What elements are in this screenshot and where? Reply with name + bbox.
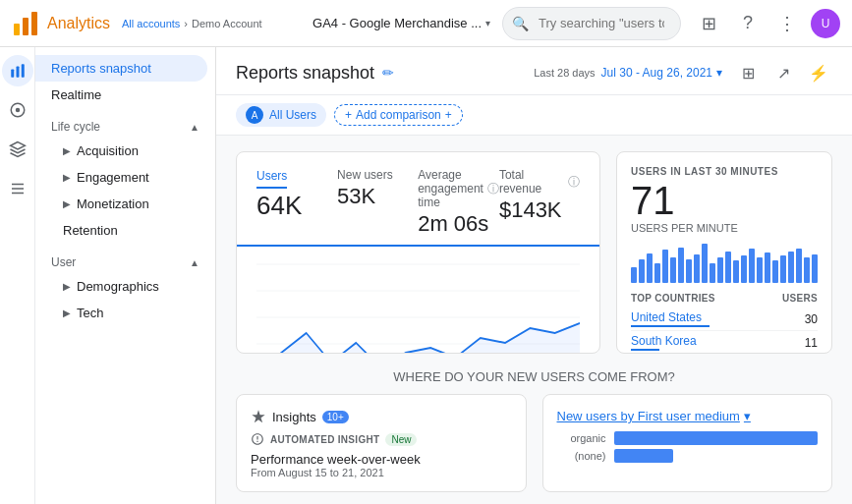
search-input[interactable] [502, 7, 681, 40]
bar-fill-organic [614, 431, 819, 445]
lifecycle-label: Life cycle [51, 120, 100, 134]
automated-icon [251, 432, 264, 446]
nav-item-engagement[interactable]: ▶ Engagement [35, 164, 207, 191]
nav-label-reports-snapshot: Reports snapshot [51, 61, 151, 76]
nav-label-retention: Retention [63, 223, 118, 238]
new-users-title[interactable]: New users by First user medium ▾ [557, 409, 751, 423]
header-right: Last 28 days Jul 30 - Aug 26, 2021 ▾ ⊞ ↗… [534, 59, 832, 86]
mini-bar-11 [710, 263, 715, 283]
nav-item-monetization[interactable]: ▶ Monetization [35, 191, 207, 217]
bar-label-none: (none) [557, 450, 606, 462]
topbar: Analytics All accounts › Demo Account GA… [0, 0, 852, 47]
rt-countries-col-header: TOP COUNTRIES [631, 293, 715, 304]
automated-label: AUTOMATED INSIGHT [270, 434, 379, 445]
insights-icon[interactable]: ⚡ [805, 59, 832, 86]
engagement-info-icon[interactable]: ⓘ [487, 181, 499, 197]
engagement-expand-icon: ▶ [63, 172, 71, 183]
mini-bar-8 [686, 259, 692, 283]
account-name: GA4 - Google Merchandise ... [312, 16, 482, 30]
breadcrumb-separator: › [184, 18, 188, 29]
all-users-chip[interactable]: A All Users [236, 103, 326, 127]
lifecycle-collapse-icon[interactable]: ▲ [190, 122, 199, 133]
section-title: WHERE DO YOUR NEW USERS COME FROM? [236, 369, 832, 384]
more-icon-btn[interactable]: ⋮ [771, 8, 803, 39]
help-icon-btn[interactable]: ? [732, 8, 764, 39]
main-content: Reports snapshot ✏ Last 28 days Jul 30 -… [216, 47, 852, 504]
insights-title: Insights [272, 410, 316, 424]
bottom-section: WHERE DO YOUR NEW USERS COME FROM? Insig… [216, 369, 852, 504]
insight-title: Performance week-over-week [251, 452, 512, 467]
insights-sparkle-icon [251, 409, 266, 424]
avatar[interactable]: U [811, 9, 840, 38]
apps-icon-btn[interactable]: ⊞ [693, 8, 724, 39]
svg-rect-2 [31, 12, 37, 35]
sidebar-nav-items: Reports snapshot Realtime Life cycle ▲ ▶… [35, 47, 215, 504]
mini-bar-18 [765, 252, 770, 283]
breadcrumb-all-accounts[interactable]: All accounts [122, 18, 180, 29]
account-selector[interactable]: GA4 - Google Merchandise ... ▾ [312, 16, 490, 30]
rt-users-us: 30 [805, 312, 818, 326]
sidebar-icon-reports[interactable] [2, 55, 33, 86]
rt-users-col-header: USERS [782, 293, 818, 304]
mini-bar-23 [804, 257, 810, 283]
nav-label-acquisition: Acquisition [77, 143, 139, 158]
add-comparison-button[interactable]: + Add comparison + [334, 104, 463, 126]
insights-card: Insights 10+ AUTOMATED INSIGHT New Perfo… [236, 394, 527, 492]
svg-rect-3 [11, 70, 14, 78]
mini-bar-6 [670, 257, 676, 283]
bar-row-none: (none) [557, 449, 819, 463]
share-icon[interactable]: ↗ [769, 59, 797, 86]
cards-area: Users 64K New users 53K Average engageme… [216, 136, 852, 369]
realtime-label: USERS IN LAST 30 MINUTES [631, 166, 818, 177]
mini-bar-10 [702, 244, 708, 283]
date-range-label: Last 28 days [534, 67, 595, 79]
automated-row: AUTOMATED INSIGHT New [251, 432, 512, 446]
customize-icon[interactable]: ⊞ [734, 59, 762, 86]
add-comparison-label: Add comparison [356, 108, 441, 122]
nav-item-retention[interactable]: Retention [35, 217, 207, 244]
mini-bar-5 [662, 250, 668, 283]
nav-label-realtime: Realtime [51, 87, 101, 102]
new-users-value: 53K [337, 184, 418, 209]
mini-bar-1 [631, 267, 637, 283]
tech-expand-icon: ▶ [63, 308, 71, 318]
realtime-sublabel: USERS PER MINUTE [631, 222, 818, 234]
sidebar-icon-explore[interactable] [2, 94, 33, 126]
sidebar-icon-configure[interactable] [2, 173, 33, 204]
user-collapse-icon[interactable]: ▲ [190, 257, 199, 268]
nav-item-reports-snapshot[interactable]: Reports snapshot [35, 55, 207, 82]
sidebar-icon-advertising[interactable] [2, 134, 33, 165]
metric-new-users: New users 53K [337, 168, 418, 237]
chip-user-icon: A [246, 106, 263, 124]
metrics-top: Users 64K New users 53K Average engageme… [237, 152, 599, 247]
new-users-label: New users [337, 168, 418, 182]
rt-country-us: United States [631, 310, 710, 327]
mini-bar-20 [780, 255, 786, 283]
nav-item-acquisition[interactable]: ▶ Acquisition [35, 138, 207, 164]
mini-bar-7 [678, 248, 684, 283]
acquisition-expand-icon: ▶ [63, 145, 71, 156]
nav-item-demographics[interactable]: ▶ Demographics [35, 273, 207, 300]
lifecycle-section: Life cycle ▲ [35, 108, 215, 138]
mini-bar-15 [741, 255, 747, 283]
date-range-button[interactable]: Jul 30 - Aug 26, 2021 ▾ [601, 66, 722, 80]
bar-row-organic: organic [557, 431, 819, 445]
mini-bar-2 [639, 259, 645, 283]
new-users-dropdown-icon: ▾ [744, 409, 751, 423]
realtime-value: 71 [631, 181, 818, 220]
users-label: Users [256, 169, 287, 189]
edit-title-icon[interactable]: ✏ [382, 65, 394, 81]
bar-chart-rows: organic (none) [557, 431, 819, 463]
breadcrumb-account[interactable]: Demo Account [192, 18, 262, 29]
content-header: Reports snapshot ✏ Last 28 days Jul 30 -… [216, 47, 852, 95]
revenue-info-icon[interactable]: ⓘ [568, 174, 580, 191]
svg-point-7 [15, 108, 20, 113]
nav-label-tech: Tech [77, 306, 103, 320]
nav-item-realtime[interactable]: Realtime [35, 82, 207, 108]
nav-label-monetization: Monetization [77, 196, 149, 211]
sidebar-icons-column [0, 47, 35, 504]
date-range-value: Jul 30 - Aug 26, 2021 [601, 66, 712, 80]
bar-label-organic: organic [557, 432, 606, 444]
nav-item-tech[interactable]: ▶ Tech [35, 300, 207, 326]
mini-bar-21 [788, 252, 794, 283]
